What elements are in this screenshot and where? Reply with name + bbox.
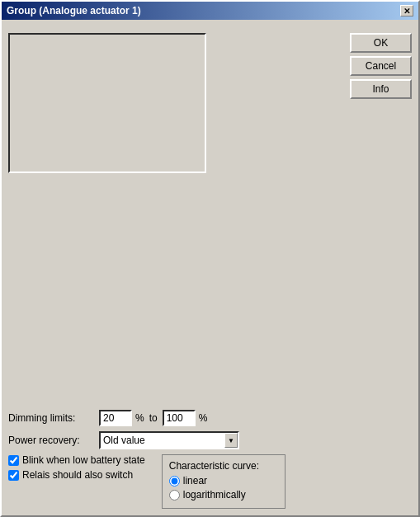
linear-label: linear [183, 475, 207, 486]
characteristic-box: Characteristic curve: linear logarithmic… [162, 454, 286, 509]
close-button[interactable]: ✕ [400, 5, 413, 16]
power-row: Power recovery: Old value On Off ▼ [8, 431, 412, 449]
preview-box [8, 33, 206, 173]
blink-checkbox[interactable] [8, 455, 19, 466]
relais-label: Relais should also switch [22, 469, 133, 481]
dimming-from-input[interactable] [99, 410, 132, 426]
linear-radio[interactable] [169, 476, 180, 486]
checkboxes-area: Blink when low battery state Relais shou… [8, 454, 412, 509]
bottom-section: Dimming limits: % to % Power recovery: O… [8, 403, 412, 509]
buttons-panel: OK Cancel Info [350, 26, 412, 212]
main-window: Group (Analogue actuator 1) ✕ OK Cancel … [0, 0, 420, 517]
power-label: Power recovery: [8, 435, 99, 446]
blink-checkbox-row: Blink when low battery state [8, 454, 145, 466]
characteristic-title: Characteristic curve: [169, 460, 276, 472]
cancel-button[interactable]: Cancel [350, 56, 412, 76]
dimming-to-label: to [149, 412, 158, 424]
ok-button[interactable]: OK [350, 33, 412, 53]
dimming-from-unit: % [135, 412, 144, 424]
window-title: Group (Analogue actuator 1) [7, 5, 141, 16]
blink-label: Blink when low battery state [22, 454, 145, 466]
relais-checkbox[interactable] [8, 470, 19, 481]
logarithmically-radio-row: logarithmically [169, 489, 276, 501]
linear-radio-row: linear [169, 475, 276, 486]
checkboxes-col: Blink when low battery state Relais shou… [8, 454, 145, 509]
dimming-to-input[interactable] [163, 410, 196, 426]
power-select-wrapper: Old value On Off ▼ [99, 431, 239, 449]
relais-checkbox-row: Relais should also switch [8, 469, 145, 481]
power-select[interactable]: Old value On Off [99, 431, 239, 449]
dimming-label: Dimming limits: [8, 412, 99, 424]
dimming-to-unit: % [199, 412, 208, 424]
logarithmically-label: logarithmically [183, 489, 246, 501]
info-button[interactable]: Info [350, 79, 412, 99]
dimming-row: Dimming limits: % to % [8, 410, 412, 426]
title-bar: Group (Analogue actuator 1) ✕ [2, 2, 418, 20]
logarithmically-radio[interactable] [169, 490, 180, 501]
top-area: OK Cancel Info [8, 26, 412, 212]
window-body: OK Cancel Info Dimming limits: % to % Po… [2, 20, 418, 515]
